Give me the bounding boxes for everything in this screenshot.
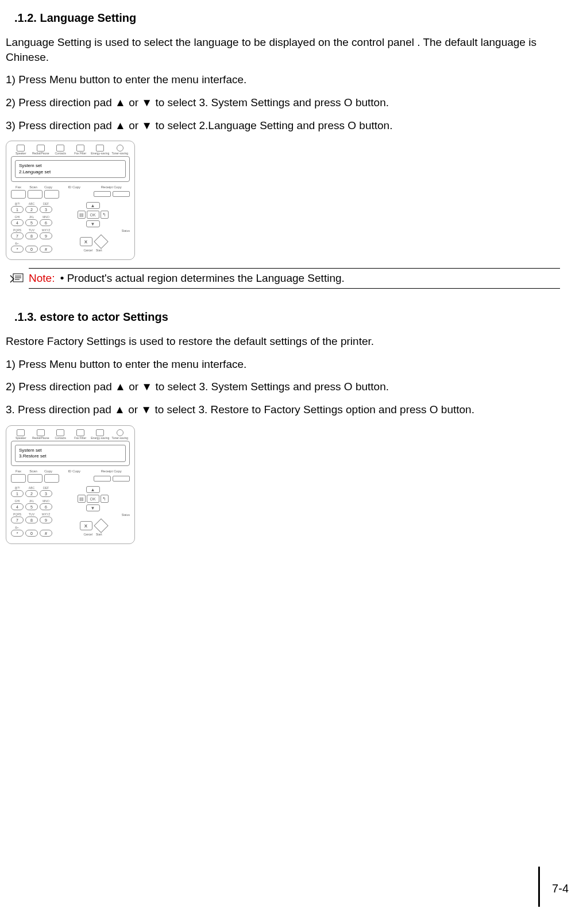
- key-0: 0: [25, 530, 38, 537]
- up-arrow-button: ▲: [86, 486, 100, 493]
- section2-step1: 1) Press Menu button to enter the menu i…: [6, 357, 560, 372]
- key-1: 1: [11, 206, 24, 213]
- page-side-bar: [538, 867, 540, 907]
- note-label: Note:: [29, 272, 55, 284]
- receipt-copy-button: [113, 476, 130, 482]
- status-label: Status: [56, 229, 130, 232]
- copy-button: [44, 190, 59, 199]
- lcd2-line1: System set: [19, 448, 122, 453]
- key-4: 4: [11, 219, 24, 226]
- scan-button: [28, 190, 43, 199]
- section2-desc: Restore Factory Settings is used to rest…: [6, 334, 560, 349]
- copy-button: [44, 474, 59, 483]
- key-5: 5: [25, 219, 38, 226]
- key-2: 2: [25, 206, 38, 213]
- key-0: 0: [25, 246, 38, 253]
- panel2-top-icons: Speaker Redial/Pause Contacts Fax Filter…: [11, 429, 130, 440]
- lcd-inner: System set 2.Language set: [15, 160, 126, 178]
- cancel-caption: Cancel: [83, 533, 92, 536]
- ok-button: OK: [87, 211, 99, 219]
- redial-pause-icon: Redial/Pause: [31, 429, 51, 440]
- lcd-line2: 2.Language set: [19, 169, 122, 175]
- control-panel-figure-1: Speaker Redial/Pause Contacts Fax Filter…: [6, 141, 135, 260]
- panel-right: ▲ ▤ OK ↰ ▼ Status X Cancel Start: [56, 202, 130, 255]
- menu-button: ▤: [78, 211, 86, 219]
- key-2: 2: [25, 490, 38, 497]
- start-button: [94, 519, 108, 533]
- section1-step2: 2) Press direction pad ▲ or ▼ to select …: [6, 95, 560, 110]
- heading-restore-settings: .1.3. estore to actor Settings: [14, 310, 560, 324]
- contacts-icon: Contacts: [51, 145, 71, 155]
- id-copy-button: [94, 476, 111, 482]
- cancel-button: X: [80, 237, 92, 246]
- start-caption: Start: [96, 249, 102, 252]
- key-6: 6: [40, 503, 52, 510]
- note-text: • Product's actual region determines the…: [57, 272, 344, 284]
- key-hash: #: [40, 246, 52, 253]
- key-1: 1: [11, 490, 24, 497]
- speaker-icon: Speaker: [11, 429, 31, 440]
- scan-button: [28, 474, 43, 483]
- key-9: 9: [40, 517, 52, 523]
- speaker-icon: Speaker: [11, 145, 31, 155]
- control-panel-figure-2: Speaker Redial/Pause Contacts Fax Filter…: [6, 425, 135, 545]
- back-button: ↰: [101, 211, 109, 219]
- note-icon: [6, 272, 29, 285]
- energy-saving-icon: Energy-saving: [90, 145, 110, 155]
- key-star: *: [11, 530, 24, 537]
- fax-filter-icon: Fax Filter: [71, 429, 91, 440]
- section2-step3: 3. Press direction pad ▲ or ▼ to select …: [6, 402, 560, 417]
- heading-language-setting: .1.2. Language Setting: [14, 11, 560, 25]
- lcd-screen: System set 2.Language set: [11, 156, 130, 182]
- down-arrow-button: ▼: [86, 504, 100, 511]
- key-9: 9: [40, 232, 52, 239]
- key-star: *: [11, 246, 24, 253]
- key-5: 5: [25, 503, 38, 510]
- key-4: 4: [11, 503, 24, 510]
- fax-button: [11, 474, 26, 483]
- section1-step1: 1) Press Menu button to enter the menu i…: [6, 72, 560, 87]
- keypad-2: @?!ABCDEF 1 2 3 GHIJKLMNO 4 5 6 PQRSTUVW…: [11, 486, 52, 539]
- key-6: 6: [40, 219, 52, 226]
- key-7: 7: [11, 232, 24, 239]
- key-3: 3: [40, 490, 52, 497]
- cancel-caption: Cancel: [83, 249, 92, 252]
- redial-pause-icon: Redial/Pause: [31, 145, 51, 155]
- toner-saving-icon: Toner-saving: [110, 145, 130, 155]
- key-8: 8: [25, 517, 38, 523]
- up-arrow-button: ▲: [86, 202, 100, 209]
- back-button: ↰: [101, 495, 109, 503]
- lcd-screen-2: System set 3.Restore set: [11, 441, 130, 467]
- mode-buttons: [11, 190, 130, 199]
- note-box: Note: • Product's actual region determin…: [6, 268, 560, 289]
- lcd2-line2: 3.Restore set: [19, 453, 122, 459]
- start-caption: Start: [96, 533, 102, 536]
- down-arrow-button: ▼: [86, 220, 100, 227]
- ok-button: OK: [87, 495, 99, 503]
- section1-step3: 3) Press direction pad ▲ or ▼ to select …: [6, 118, 560, 133]
- section2-step2: 2) Press direction pad ▲ or ▼ to select …: [6, 379, 560, 394]
- key-7: 7: [11, 517, 24, 523]
- menu-button: ▤: [78, 495, 86, 503]
- key-3: 3: [40, 206, 52, 213]
- start-button: [94, 234, 108, 249]
- key-hash: #: [40, 530, 52, 537]
- keypad: @?!ABCDEF 1 2 3 GHIJKLMNO 4 5 6 PQRSTUVW…: [11, 202, 52, 255]
- cancel-button: X: [80, 521, 92, 530]
- lcd-line1: System set: [19, 163, 122, 169]
- mode-labels: Fax Scan Copy ID Copy Receipt Copy: [11, 185, 130, 189]
- status-label: Status: [56, 513, 130, 517]
- page-number: 7-4: [552, 882, 569, 895]
- key-8: 8: [25, 232, 38, 239]
- fax-filter-icon: Fax Filter: [71, 145, 91, 155]
- energy-saving-icon: Energy-saving: [90, 429, 110, 440]
- panel-top-icons: Speaker Redial/Pause Contacts Fax Filter…: [11, 145, 130, 155]
- contacts-icon: Contacts: [51, 429, 71, 440]
- section1-desc: Language Setting is used to select the l…: [6, 35, 560, 64]
- toner-saving-icon: Toner-saving: [110, 429, 130, 440]
- id-copy-button: [94, 191, 111, 197]
- fax-button: [11, 190, 26, 199]
- receipt-copy-button: [113, 191, 130, 197]
